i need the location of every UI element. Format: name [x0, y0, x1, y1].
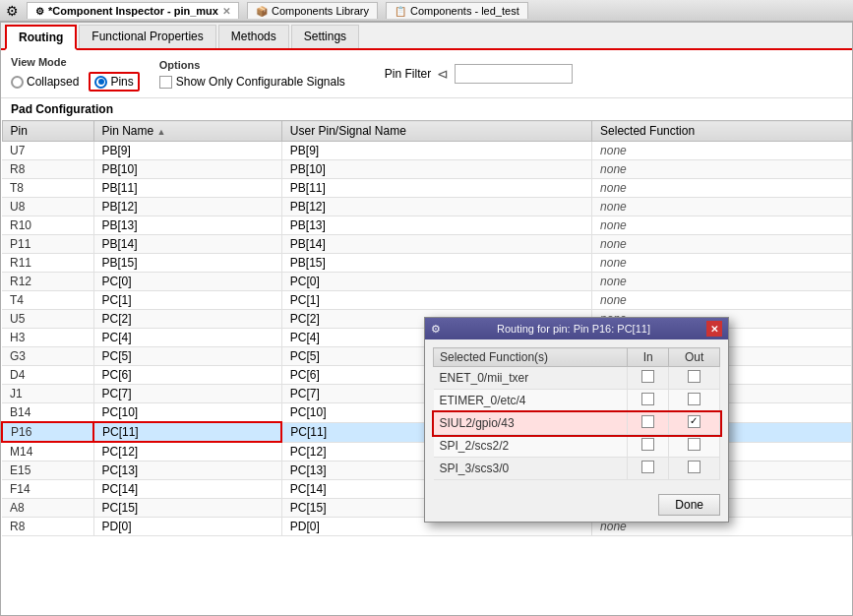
cell-pin: P11 — [2, 235, 93, 254]
cell-pin-name: PC[5] — [93, 347, 281, 366]
cell-user-pin: PB[14] — [281, 235, 591, 254]
dialog-cell-out[interactable] — [669, 435, 720, 458]
done-button[interactable]: Done — [658, 494, 720, 516]
tab-methods[interactable]: Methods — [218, 25, 289, 48]
dialog-footer: Done — [425, 488, 728, 522]
cell-selected-function: none — [592, 179, 852, 198]
table-row[interactable]: R8PB[10]PB[10]none — [2, 160, 852, 179]
dialog-cell-out[interactable] — [669, 458, 720, 480]
checkbox-box — [159, 76, 172, 89]
pin-filter-input[interactable] — [455, 64, 573, 84]
cell-pin-name: PB[15] — [93, 254, 281, 273]
cell-pin: P16 — [2, 422, 93, 442]
radio-collapsed[interactable]: Collapsed — [11, 75, 79, 89]
dialog-cell-in[interactable] — [628, 458, 669, 480]
cell-selected-function: none — [592, 160, 852, 179]
table-row[interactable]: U8PB[12]PB[12]none — [2, 198, 852, 216]
checkbox-in[interactable] — [641, 370, 654, 383]
pin-filter-label: Pin Filter — [385, 67, 431, 81]
cell-pin: R8 — [2, 160, 93, 179]
checkbox-in[interactable] — [641, 438, 654, 451]
table-row[interactable]: T8PB[11]PB[11]none — [2, 179, 852, 198]
dialog-cell-out[interactable]: ✓ — [669, 412, 720, 435]
dialog-row[interactable]: SPI_2/scs2/2 — [434, 435, 720, 458]
dialog-cell-in[interactable] — [628, 367, 669, 390]
table-row[interactable]: U7PB[9]PB[9]none — [2, 142, 852, 160]
table-row[interactable]: P11PB[14]PB[14]none — [2, 235, 852, 254]
show-only-checkbox[interactable]: Show Only Configurable Signals — [159, 75, 345, 89]
cell-user-pin: PC[1] — [281, 291, 591, 310]
cell-pin: R10 — [2, 216, 93, 235]
tab-routing[interactable]: Routing — [5, 25, 77, 50]
dialog-cell-in[interactable] — [628, 412, 669, 435]
cell-selected-function: none — [592, 254, 852, 273]
led-icon: 📋 — [395, 6, 406, 17]
dialog-close-button[interactable]: ✕ — [706, 321, 722, 337]
cell-pin: T8 — [2, 179, 93, 198]
checkbox-in[interactable] — [641, 461, 654, 473]
cell-pin-name: PC[12] — [93, 442, 281, 462]
dialog-content: Selected Function(s) In Out ENET_0/mii_t… — [425, 339, 728, 488]
tab-settings[interactable]: Settings — [291, 25, 359, 48]
dialog-cell-in[interactable] — [628, 435, 669, 458]
radio-group: Collapsed Pins — [11, 72, 140, 92]
dialog-row[interactable]: ETIMER_0/etc/4 — [434, 390, 720, 412]
checkbox-out[interactable] — [688, 393, 701, 405]
tab-component-inspector[interactable]: ⚙ *Component Inspector - pin_mux ✕ — [27, 2, 239, 19]
dialog-row[interactable]: SPI_3/scs3/0 — [434, 458, 720, 480]
radio-pins[interactable]: Pins — [94, 75, 133, 89]
table-row[interactable]: T4PC[1]PC[1]none — [2, 291, 852, 310]
cell-user-pin: PB[11] — [281, 179, 591, 198]
dialog-cell-in[interactable] — [628, 390, 669, 412]
tab-components-library[interactable]: 📦 Components Library — [247, 2, 378, 19]
checkbox-out[interactable] — [688, 438, 701, 451]
cell-pin-name: PC[14] — [93, 480, 281, 499]
table-row[interactable]: R10PB[13]PB[13]none — [2, 216, 852, 235]
dialog-col-out: Out — [669, 348, 720, 367]
cell-pin: R8 — [2, 518, 93, 536]
cell-selected-function: none — [592, 198, 852, 216]
app-icon: ⚙ — [6, 3, 19, 19]
dialog-cell-out[interactable] — [669, 367, 720, 390]
table-row[interactable]: R11PB[15]PB[15]none — [2, 254, 852, 273]
checkbox-in[interactable] — [641, 415, 654, 428]
cell-pin-name: PC[1] — [93, 291, 281, 310]
tab-functional-properties[interactable]: Functional Properties — [79, 25, 215, 48]
cell-pin-name: PC[11] — [93, 422, 281, 442]
cell-pin: B14 — [2, 403, 93, 423]
tab-components-led-test[interactable]: 📋 Components - led_test — [386, 2, 528, 19]
cell-pin-name: PB[10] — [93, 160, 281, 179]
cell-pin-name: PC[2] — [93, 310, 281, 329]
checkbox-out[interactable] — [688, 370, 701, 383]
cell-user-pin: PC[0] — [281, 273, 591, 291]
dialog-cell-out[interactable] — [669, 390, 720, 412]
cell-pin-name: PB[13] — [93, 216, 281, 235]
cell-pin-name: PC[15] — [93, 499, 281, 518]
dialog-cell-function: SIUL2/gpio/43 — [434, 412, 628, 435]
checkbox-out[interactable]: ✓ — [688, 415, 701, 428]
cell-selected-function: none — [592, 273, 852, 291]
cell-pin: R11 — [2, 254, 93, 273]
cell-pin-name: PC[10] — [93, 403, 281, 423]
view-mode-label: View Mode — [11, 56, 140, 68]
col-selected-function: Selected Function — [592, 121, 852, 142]
cell-pin: A8 — [2, 499, 93, 518]
cell-pin-name: PD[0] — [93, 518, 281, 536]
cell-pin: J1 — [2, 385, 93, 403]
dialog-col-function: Selected Function(s) — [434, 348, 628, 367]
cell-pin: G3 — [2, 347, 93, 366]
cell-pin: T4 — [2, 291, 93, 310]
dialog-cell-function: SPI_2/scs2/2 — [434, 435, 628, 458]
close-icon[interactable]: ✕ — [222, 6, 230, 17]
table-row[interactable]: R12PC[0]PC[0]none — [2, 273, 852, 291]
dialog-cell-function: ENET_0/mii_txer — [434, 367, 628, 390]
pin-filter-group: Pin Filter ⊲ — [385, 64, 573, 84]
checkbox-in[interactable] — [641, 393, 654, 405]
checkbox-out[interactable] — [688, 461, 701, 473]
dialog-titlebar: ⚙ Routing for pin: Pin P16: PC[11] ✕ — [425, 318, 728, 339]
cell-pin: U5 — [2, 310, 93, 329]
dialog-row[interactable]: SIUL2/gpio/43✓ — [434, 412, 720, 435]
dialog-title-icon: ⚙ — [431, 323, 441, 336]
radio-pins-wrapper: Pins — [89, 72, 139, 92]
dialog-row[interactable]: ENET_0/mii_txer — [434, 367, 720, 390]
